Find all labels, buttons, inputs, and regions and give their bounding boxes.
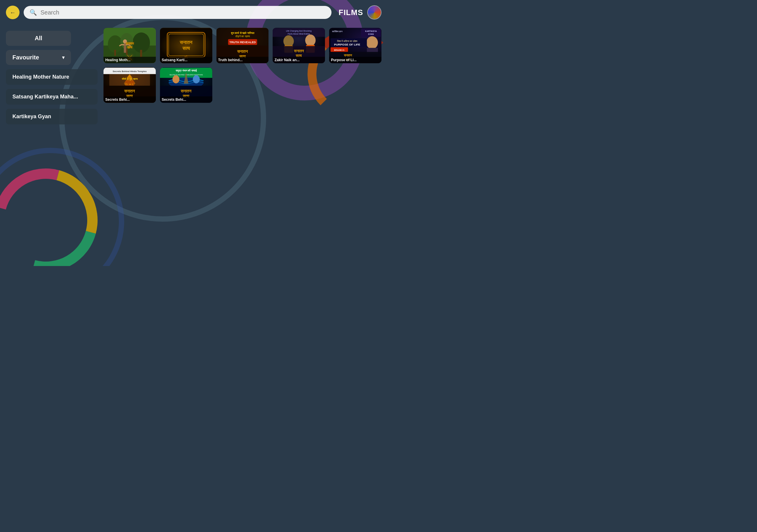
svg-point-4 bbox=[133, 33, 150, 53]
svg-point-74 bbox=[172, 75, 179, 84]
svg-text:सनातन: सनातन bbox=[237, 49, 248, 54]
svg-text:सनातन: सनातन bbox=[180, 89, 192, 93]
svg-point-34 bbox=[305, 35, 316, 46]
card-label: Secrets Behi... bbox=[104, 96, 156, 103]
back-button[interactable]: ← bbox=[6, 6, 19, 19]
svg-text:समुद्र मंथन की सचाई: समुद्र मंथन की सचाई bbox=[175, 69, 197, 73]
svg-text:सनातन: सनातन bbox=[179, 40, 193, 45]
card-label: Healing Moth... bbox=[104, 57, 156, 63]
video-title: Secrets Behi... bbox=[105, 98, 130, 102]
svg-text:सनातन: सनातन bbox=[124, 89, 135, 93]
video-card-secrets2[interactable]: समुद्र मंथन की सचाई SECRETS BEHIND SAMUD… bbox=[160, 67, 212, 103]
svg-text:मंदिरों के गुप्त रहस्य: मंदिरों के गुप्त रहस्य bbox=[122, 77, 138, 81]
video-card-secrets1[interactable]: Secrets Behind Hindu Temples मंदिरों के … bbox=[104, 67, 156, 103]
svg-point-45 bbox=[366, 36, 378, 49]
video-card-zakir[interactable]: Life Changing And Shocking Facts About M… bbox=[273, 28, 325, 63]
sidebar: All Favourite ▾ Healing Mother Nature Sa… bbox=[6, 28, 98, 124]
video-title: Healing Moth... bbox=[105, 58, 131, 62]
filter-all-button[interactable]: All bbox=[6, 31, 71, 46]
hindi-text: सनातनसत्य bbox=[126, 42, 134, 49]
svg-text:Life Changing And Shocking: Life Changing And Shocking bbox=[286, 30, 312, 32]
video-card-healing[interactable]: ⚔ सनातनसत्य Healing Moth... bbox=[104, 28, 156, 63]
svg-text:GYAN: GYAN bbox=[368, 33, 374, 35]
card-label: Zakir Naik an... bbox=[273, 57, 325, 63]
video-card-satsang[interactable]: सनातन सत्य ॐ Satsang Karti... bbox=[160, 28, 212, 63]
video-card-purpose[interactable]: कार्तिकेय ज्ञान KARTIKEYA GYAN विश्व में… bbox=[329, 28, 381, 63]
svg-text:कार्तिकेय ज्ञान: कार्तिकेय ज्ञान bbox=[332, 30, 343, 33]
back-icon: ← bbox=[10, 9, 16, 16]
video-card-truth[interactable]: शुभ कार्य से पहले नारियल तोड़ने का रहस्य… bbox=[217, 28, 269, 63]
svg-text:विश्व में अहित्त्व का उद्देश्य: विश्व में अहित्त्व का उद्देश्य bbox=[337, 40, 358, 43]
avatar bbox=[368, 6, 381, 19]
card-label: Secrets Behi... bbox=[160, 96, 212, 103]
video-grid-row2: Secrets Behind Hindu Temples मंदिरों के … bbox=[104, 67, 381, 103]
svg-rect-3 bbox=[114, 50, 116, 56]
filter-favourite-button[interactable]: Favourite ▾ bbox=[6, 50, 71, 65]
svg-text:Secrets Behind Hindu Temples: Secrets Behind Hindu Temples bbox=[113, 70, 147, 73]
svg-text:तोड़ने का रहस्य: तोड़ने का रहस्य bbox=[235, 35, 250, 38]
svg-point-75 bbox=[193, 75, 200, 84]
search-input[interactable] bbox=[41, 9, 325, 16]
svg-text:शुभ कार्य से पहले नारियल: शुभ कार्य से पहले नारियल bbox=[231, 31, 255, 35]
card-label: Purpose of Li... bbox=[329, 57, 381, 63]
content-area: ⚔ सनातनसत्य Healing Moth... bbox=[104, 28, 381, 124]
svg-text:सनातन: सनातन bbox=[294, 49, 304, 53]
video-title: Satsang Karti... bbox=[162, 58, 188, 62]
svg-text:मंदिर क्या है ?: मंदिर क्या है ? bbox=[124, 83, 135, 85]
video-grid-row1: ⚔ सनातनसत्य Healing Moth... bbox=[104, 28, 381, 63]
body-layout: All Favourite ▾ Healing Mother Nature Sa… bbox=[0, 28, 387, 124]
sidebar-item-satsang[interactable]: Satsang Kartikeya Maha... bbox=[6, 89, 98, 104]
avatar-button[interactable] bbox=[367, 5, 381, 19]
video-title: Purpose of Li... bbox=[331, 58, 357, 62]
svg-text:BRAHM #1: BRAHM #1 bbox=[334, 49, 345, 51]
search-icon: 🔍 bbox=[30, 9, 37, 16]
header: ← 🔍 FILMS bbox=[0, 0, 387, 25]
video-title: Secrets Behi... bbox=[162, 98, 186, 102]
video-title: Zakir Naik an... bbox=[274, 58, 300, 62]
svg-text:TRUTH REVEALED: TRUTH REVEALED bbox=[229, 41, 256, 44]
svg-point-32 bbox=[284, 36, 294, 47]
chevron-down-icon: ▾ bbox=[62, 55, 65, 60]
page-title: FILMS bbox=[339, 8, 363, 17]
sidebar-item-kartikeya[interactable]: Kartikeya Gyan bbox=[6, 109, 98, 124]
search-bar: 🔍 bbox=[24, 6, 331, 19]
card-label: Truth behind... bbox=[217, 57, 269, 63]
svg-rect-5 bbox=[140, 50, 142, 57]
sidebar-item-healing[interactable]: Healing Mother Nature bbox=[6, 69, 98, 85]
card-label: Satsang Karti... bbox=[160, 57, 212, 63]
video-title: Truth behind... bbox=[218, 58, 243, 62]
svg-text:KARTIKEYA: KARTIKEYA bbox=[365, 30, 377, 32]
svg-text:PURPOSE OF LIFE: PURPOSE OF LIFE bbox=[334, 43, 360, 46]
svg-text:सत्य: सत्य bbox=[182, 46, 190, 51]
svg-text:Facts About Meat Eating: Facts About Meat Eating bbox=[288, 33, 310, 35]
